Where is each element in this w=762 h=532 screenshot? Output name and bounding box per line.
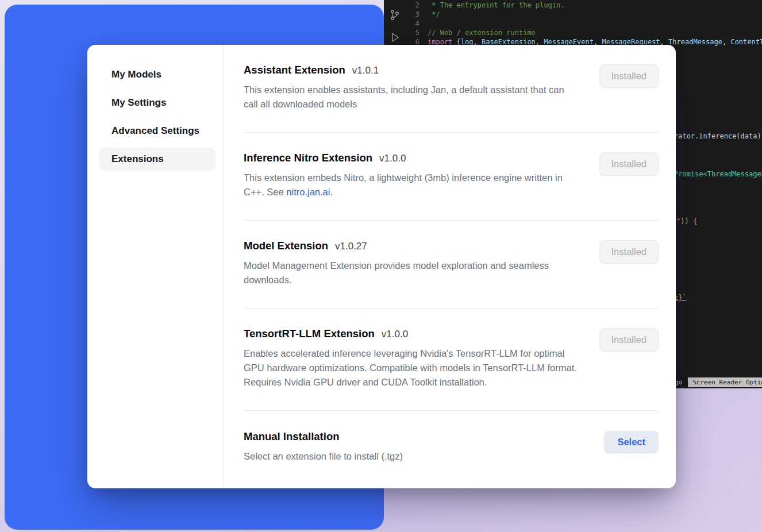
extension-row-model: Model Extension v1.0.27 Model Management… <box>244 221 659 309</box>
settings-sidebar: My Models My Settings Advanced Settings … <box>87 45 224 488</box>
extension-info: Inference Nitro Extension v1.0.0 This ex… <box>244 152 580 199</box>
extension-info: Model Extension v1.0.27 Model Management… <box>244 240 580 287</box>
manual-installation-info: Manual Installation Select an extension … <box>244 430 403 464</box>
extension-name: Assistant Extension <box>244 64 345 76</box>
code-text: */ <box>428 10 440 19</box>
code-line: 3 */ <box>384 10 762 19</box>
extension-name: Model Extension <box>244 240 328 252</box>
extension-description: This extension enables assistants, inclu… <box>244 83 580 111</box>
screen-reader-status-badge: Screen Reader Optimize <box>688 377 762 387</box>
extension-title: Assistant Extension v1.0.1 <box>244 64 580 76</box>
manual-installation-title: Manual Installation <box>244 430 340 443</box>
code-text: * The entrypoint for the plugin. <box>428 1 564 10</box>
extension-title: TensortRT-LLM Extension v1.0.0 <box>244 327 580 340</box>
settings-modal: My Models My Settings Advanced Settings … <box>87 45 676 488</box>
manual-installation-row: Manual Installation Select an extension … <box>244 411 659 464</box>
extension-row-inference-nitro: Inference Nitro Extension v1.0.0 This ex… <box>244 133 659 221</box>
extension-version: v1.0.0 <box>382 329 408 340</box>
extension-version: v1.0.0 <box>379 153 406 164</box>
code-line: 4 <box>384 19 762 28</box>
line-number: 2 <box>384 1 428 10</box>
line-number: 5 <box>384 28 428 37</box>
extension-description: Enables accelerated inference leveraging… <box>244 346 580 390</box>
code-fragment: rator.inference(data)); <box>674 132 762 140</box>
extension-name: Inference Nitro Extension <box>244 152 372 164</box>
manual-installation-title-row: Manual Installation <box>244 430 403 443</box>
nitro-jan-ai-link[interactable]: nitro.jan.ai <box>286 187 330 197</box>
extension-description: Model Management Extension provides mode… <box>244 259 580 287</box>
extension-version: v1.0.1 <box>352 65 379 76</box>
extension-version: v1.0.27 <box>335 241 367 252</box>
extension-info: TensortRT-LLM Extension v1.0.0 Enables a… <box>244 327 580 390</box>
code-fragment: Promise<ThreadMessage> <box>674 170 762 178</box>
extension-row-assistant: Assistant Extension v1.0.1 This extensio… <box>244 45 659 133</box>
sidebar-item-advanced-settings[interactable]: Advanced Settings <box>99 119 215 142</box>
line-number: 4 <box>384 19 428 28</box>
code-line: 2 * The entrypoint for the plugin. <box>384 1 762 10</box>
manual-installation-description: Select an extension file to install (.tg… <box>244 449 403 464</box>
extensions-panel: Assistant Extension v1.0.1 This extensio… <box>224 45 676 488</box>
code-fragment: ")) { <box>676 217 697 225</box>
installed-button[interactable]: Installed <box>599 152 659 176</box>
description-text: . <box>330 187 333 197</box>
code-fragment: t}` <box>674 294 687 302</box>
extension-title: Model Extension v1.0.27 <box>244 240 580 252</box>
extension-row-tensorrt-llm: TensortRT-LLM Extension v1.0.0 Enables a… <box>244 309 659 411</box>
extension-title: Inference Nitro Extension v1.0.0 <box>244 152 580 164</box>
installed-button[interactable]: Installed <box>599 240 659 264</box>
sidebar-item-my-settings[interactable]: My Settings <box>99 91 215 114</box>
installed-button[interactable]: Installed <box>599 64 659 88</box>
code-line: 5 // Web / extension runtime <box>384 28 762 37</box>
line-number: 3 <box>384 10 428 19</box>
select-file-button[interactable]: Select <box>604 431 659 453</box>
extension-description: This extension embeds Nitro, a lightweig… <box>244 171 580 199</box>
editor-code-lines: 2 * The entrypoint for the plugin. 3 */ … <box>384 1 762 47</box>
sidebar-item-extensions[interactable]: Extensions <box>99 148 215 171</box>
sidebar-item-my-models[interactable]: My Models <box>99 63 215 86</box>
code-text: // Web / extension runtime <box>428 28 536 37</box>
extension-name: TensortRT-LLM Extension <box>244 327 375 340</box>
installed-button[interactable]: Installed <box>599 328 659 352</box>
extension-info: Assistant Extension v1.0.1 This extensio… <box>244 64 580 111</box>
